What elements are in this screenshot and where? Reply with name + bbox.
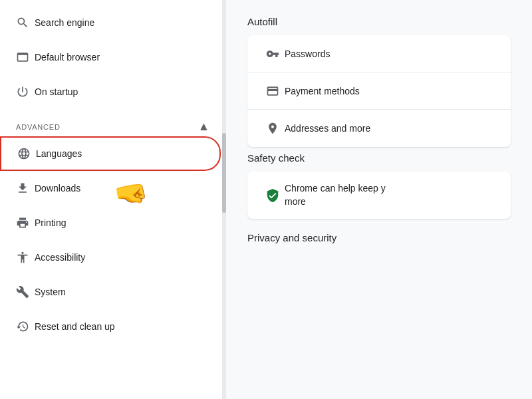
key-icon xyxy=(261,47,285,61)
sidebar-item-downloads[interactable]: Downloads xyxy=(0,171,221,205)
safety-check-section-title: Safety check xyxy=(247,152,511,164)
passwords-item[interactable]: Passwords xyxy=(247,35,511,72)
power-icon xyxy=(11,85,35,98)
sidebar-item-label-reset: Reset and clean up xyxy=(35,321,115,332)
sidebar-item-system[interactable]: System xyxy=(0,275,221,309)
sidebar-item-label-downloads: Downloads xyxy=(35,183,80,194)
addresses-item[interactable]: Addresses and more xyxy=(247,110,511,147)
globe-icon xyxy=(12,147,36,160)
safety-check-line1: Chrome can help keep y xyxy=(285,183,386,194)
credit-card-icon xyxy=(261,84,285,98)
sidebar-item-label-printing: Printing xyxy=(35,217,66,228)
sidebar: Search engine Default browser On startup… xyxy=(0,0,226,399)
payment-methods-item[interactable]: Payment methods xyxy=(247,72,511,110)
sidebar-item-label-on-startup: On startup xyxy=(35,86,78,97)
advanced-section-header[interactable]: Advanced ▲ xyxy=(0,114,226,136)
autofill-card: Passwords Payment methods Addresses and … xyxy=(247,35,511,147)
system-icon xyxy=(11,285,35,299)
browser-icon xyxy=(11,51,35,64)
location-icon xyxy=(261,122,285,135)
safety-check-line2: more xyxy=(285,196,306,207)
shield-check-icon xyxy=(261,188,285,203)
advanced-section-label: Advanced xyxy=(16,123,61,131)
sidebar-item-search-engine[interactable]: Search engine xyxy=(0,5,221,40)
sidebar-item-languages[interactable]: Languages xyxy=(0,136,221,171)
search-icon xyxy=(11,16,35,29)
sidebar-item-reset[interactable]: Reset and clean up xyxy=(0,309,221,344)
safety-check-card: Chrome can help keep y more xyxy=(247,172,511,219)
privacy-security-title: Privacy and security xyxy=(247,229,511,249)
autofill-section-title: Autofill xyxy=(247,16,511,27)
addresses-label: Addresses and more xyxy=(285,123,370,134)
sidebar-item-label-default-browser: Default browser xyxy=(35,52,100,63)
reset-icon xyxy=(11,320,35,333)
sidebar-item-accessibility[interactable]: Accessibility xyxy=(0,240,221,275)
safety-check-item[interactable]: Chrome can help keep y more xyxy=(247,172,511,219)
sidebar-item-label-search-engine: Search engine xyxy=(35,17,94,28)
content-area: Autofill Passwords Payment methods Addre… xyxy=(226,0,532,399)
sidebar-item-label-accessibility: Accessibility xyxy=(35,252,85,263)
chevron-up-icon: ▲ xyxy=(198,120,210,134)
passwords-label: Passwords xyxy=(285,49,330,59)
download-icon xyxy=(11,182,35,195)
sidebar-item-label-languages: Languages xyxy=(36,148,82,159)
sidebar-item-label-system: System xyxy=(35,287,66,297)
payment-methods-label: Payment methods xyxy=(285,86,360,96)
print-icon xyxy=(11,216,35,229)
safety-check-text: Chrome can help keep y more xyxy=(285,182,386,208)
accessibility-icon xyxy=(11,251,35,264)
sidebar-item-on-startup[interactable]: On startup xyxy=(0,74,221,109)
sidebar-item-printing[interactable]: Printing xyxy=(0,205,221,240)
sidebar-item-default-browser[interactable]: Default browser xyxy=(0,40,221,74)
